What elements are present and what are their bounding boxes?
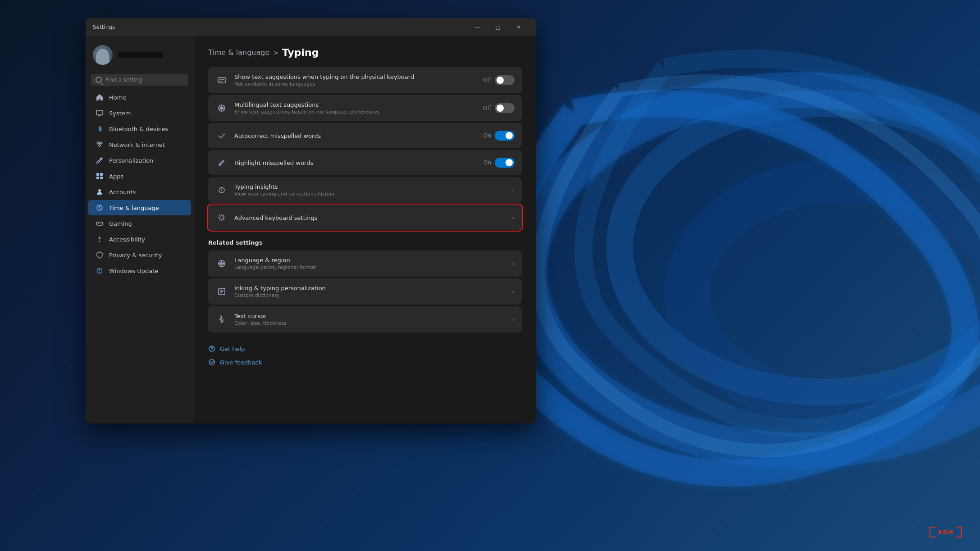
sidebar-item-accessibility[interactable]: Accessibility	[88, 232, 191, 247]
close-button[interactable]: ✕	[508, 20, 529, 34]
setting-multilingual[interactable]: Multilingual text suggestions Show text …	[208, 95, 522, 121]
breadcrumb: Time & language > Typing	[208, 47, 522, 58]
setting-inking-typing[interactable]: Inking & typing personalization Custom d…	[208, 278, 522, 305]
search-placeholder: Find a setting	[105, 77, 142, 83]
privacy-icon	[96, 251, 104, 259]
svg-rect-6	[96, 177, 99, 179]
give-feedback-link[interactable]: Give feedback	[208, 357, 522, 368]
sidebar-item-apps[interactable]: Apps	[88, 168, 191, 184]
advanced-keyboard-icon	[215, 211, 228, 224]
avatar	[93, 45, 113, 65]
svg-point-8	[98, 189, 101, 192]
text-suggestions-title: Show text suggestions when typing on the…	[234, 73, 477, 80]
svg-rect-7	[100, 177, 103, 179]
advanced-keyboard-control: ›	[512, 214, 515, 221]
home-icon	[96, 93, 104, 101]
apps-icon	[96, 172, 104, 180]
advanced-keyboard-text: Advanced keyboard settings	[234, 214, 506, 221]
svg-rect-5	[100, 173, 103, 176]
sidebar-item-privacy[interactable]: Privacy & security	[88, 247, 191, 263]
inking-typing-chevron: ›	[512, 288, 515, 295]
advanced-keyboard-title: Advanced keyboard settings	[234, 214, 506, 221]
get-help-link[interactable]: Get help	[208, 343, 522, 354]
sidebar-item-accounts[interactable]: Accounts	[88, 184, 191, 200]
xda-watermark: XDA	[930, 527, 962, 537]
breadcrumb-current: Typing	[282, 47, 319, 58]
sidebar-item-windows-update[interactable]: Windows Update	[88, 263, 191, 278]
multilingual-icon	[215, 102, 228, 114]
bottom-links: Get help Give feedback	[208, 343, 522, 368]
setting-text-suggestions[interactable]: Show text suggestions when typing on the…	[208, 67, 522, 93]
inking-typing-control: ›	[512, 288, 515, 295]
highlight-icon	[215, 156, 228, 169]
sidebar-item-network[interactable]: Network & internet	[88, 137, 191, 152]
setting-advanced-keyboard[interactable]: Advanced keyboard settings ›	[208, 205, 522, 230]
advanced-keyboard-chevron: ›	[512, 214, 515, 221]
sidebar-label-network: Network & internet	[109, 141, 165, 148]
avatar-silhouette	[96, 49, 109, 65]
related-settings-label: Related settings	[208, 239, 522, 246]
text-cursor-icon: Ab	[215, 313, 228, 326]
sidebar-item-personalization[interactable]: Personalization	[88, 153, 191, 168]
highlight-toggle[interactable]	[495, 158, 515, 168]
breadcrumb-parent[interactable]: Time & language	[208, 48, 269, 57]
titlebar-controls: — □ ✕	[467, 20, 529, 34]
setting-language-region[interactable]: Language & region Language packs, region…	[208, 250, 522, 277]
autocorrect-toggle[interactable]	[495, 131, 515, 141]
toggle-thumb-3	[506, 132, 513, 139]
setting-typing-insights[interactable]: Typing insights View your typing and cor…	[208, 177, 522, 203]
typing-insights-desc: View your typing and corrections history	[234, 191, 506, 197]
text-cursor-chevron: ›	[512, 316, 515, 323]
user-profile	[86, 40, 194, 72]
sidebar-item-home[interactable]: Home	[88, 90, 191, 105]
highlight-text: Highlight misspelled words	[234, 159, 477, 166]
setting-highlight[interactable]: Highlight misspelled words On	[208, 150, 522, 175]
sidebar: Find a setting Home System Blu	[86, 36, 194, 423]
window-title: Settings	[93, 24, 467, 30]
main-panel: Time & language > Typing Show text sugge…	[194, 36, 536, 423]
sidebar-label-bluetooth: Bluetooth & devices	[109, 126, 168, 132]
autocorrect-icon	[215, 129, 228, 142]
multilingual-toggle[interactable]	[495, 103, 515, 113]
sidebar-label-home: Home	[109, 94, 126, 101]
windows-update-icon	[96, 267, 104, 275]
language-region-desc: Language packs, regional format	[234, 264, 506, 270]
toggle-thumb-2	[497, 105, 504, 112]
sidebar-label-personalization: Personalization	[109, 157, 154, 164]
setting-autocorrect[interactable]: Autocorrect misspelled words On	[208, 123, 522, 148]
setting-text-cursor[interactable]: Ab Text cursor Color, size, thickness ›	[208, 306, 522, 332]
typing-insights-text: Typing insights View your typing and cor…	[234, 183, 506, 197]
toggle-thumb	[497, 77, 504, 84]
get-help-label: Get help	[220, 346, 245, 352]
svg-point-1	[620, 104, 980, 392]
multilingual-status: Off	[483, 105, 491, 111]
highlight-title: Highlight misspelled words	[234, 159, 477, 166]
typing-insights-control: ›	[512, 187, 515, 194]
text-suggestions-control: Off	[483, 75, 515, 85]
minimize-button[interactable]: —	[467, 20, 488, 34]
username-bar	[118, 52, 163, 58]
sidebar-label-system: System	[109, 110, 131, 117]
network-icon	[96, 141, 104, 149]
maximize-button[interactable]: □	[488, 20, 508, 34]
inking-typing-text: Inking & typing personalization Custom d…	[234, 285, 506, 298]
accessibility-icon	[96, 235, 104, 243]
sidebar-item-time-language[interactable]: Time & language	[88, 200, 191, 215]
text-suggestions-toggle[interactable]	[495, 75, 515, 85]
sidebar-item-system[interactable]: System	[88, 105, 191, 121]
language-region-chevron: ›	[512, 260, 515, 267]
highlight-control: On	[483, 158, 515, 168]
sidebar-item-gaming[interactable]: Gaming	[88, 216, 191, 231]
sidebar-label-privacy: Privacy & security	[109, 252, 162, 259]
text-cursor-title: Text cursor	[234, 313, 506, 319]
svg-point-2	[687, 180, 980, 405]
search-box[interactable]: Find a setting	[91, 74, 188, 86]
sidebar-item-bluetooth[interactable]: Bluetooth & devices	[88, 121, 191, 137]
accounts-icon	[96, 188, 104, 196]
titlebar: Settings — □ ✕	[86, 18, 536, 36]
typing-insights-chevron: ›	[512, 187, 515, 194]
toggle-thumb-4	[506, 159, 513, 166]
text-cursor-control: ›	[512, 316, 515, 323]
sidebar-label-accounts: Accounts	[109, 189, 136, 196]
give-feedback-label: Give feedback	[220, 359, 262, 366]
